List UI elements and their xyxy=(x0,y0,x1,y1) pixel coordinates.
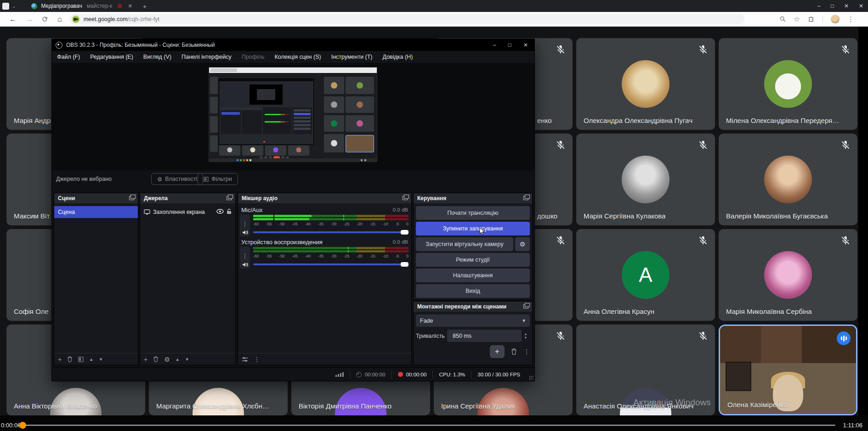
studio-mode-button[interactable]: Режим студії xyxy=(416,253,530,267)
menu-tools[interactable]: Інструменти (T) xyxy=(326,54,378,60)
lock-icon[interactable] xyxy=(227,208,232,216)
controls-dock-header[interactable]: Керування xyxy=(414,193,532,203)
participant-name: Олександра Олександрівна Пугач xyxy=(584,117,692,124)
scene-filters-icon[interactable] xyxy=(78,357,84,362)
mixer-menu-icon[interactable]: ⋮ xyxy=(254,356,260,363)
filters-button[interactable]: Фільтри xyxy=(198,173,238,185)
recording-dot-icon xyxy=(398,372,403,377)
dock-float-icon[interactable] xyxy=(523,304,528,308)
duration-input[interactable]: 850 ms xyxy=(447,330,522,342)
participant-tile[interactable]: Валерія Миколаївна Бугаєвська xyxy=(719,134,857,225)
move-source-down-icon[interactable]: ▼ xyxy=(185,357,189,362)
exit-button[interactable]: Вихід xyxy=(416,284,530,298)
forward-icon[interactable]: → xyxy=(26,15,33,23)
obs-maximize-button[interactable]: □ xyxy=(508,42,511,48)
participant-tile-active-speaker[interactable]: Олена Казіміренко xyxy=(719,325,857,415)
properties-button[interactable]: ⚙ Властивості xyxy=(151,173,203,185)
dock-float-icon[interactable] xyxy=(227,196,232,200)
add-source-icon[interactable]: + xyxy=(144,356,148,363)
transitions-dock-header[interactable]: Монтажні переходи між сценами xyxy=(414,302,532,312)
new-tab-button[interactable]: + xyxy=(142,2,147,10)
scenes-dock-header[interactable]: Сцени xyxy=(54,193,138,203)
profile-avatar[interactable] xyxy=(831,15,840,23)
stop-recording-button[interactable]: Зупинити записування xyxy=(416,222,530,235)
duration-spinner[interactable]: ▲ ▼ xyxy=(522,330,530,342)
filters-label: Фільтри xyxy=(211,176,232,182)
browser-menu-icon[interactable]: ⋮ xyxy=(847,15,854,23)
obs-title-bar[interactable]: OBS 30.2.3 - Профіль: Безымянный - Сцени… xyxy=(52,39,534,51)
start-streaming-button[interactable]: Почати трансляцію xyxy=(416,206,530,220)
start-virtual-camera-button[interactable]: Запустити віртуальну камеру xyxy=(416,237,513,251)
menu-view[interactable]: Вигляд (V) xyxy=(138,54,176,60)
obs-close-button[interactable]: ✕ xyxy=(523,42,528,48)
remove-scene-icon[interactable] xyxy=(67,356,73,362)
menu-docks[interactable]: Панелі інтерфейсу xyxy=(176,54,237,60)
home-icon[interactable]: ⌂ xyxy=(57,15,62,23)
tab-close-icon[interactable]: ✕ xyxy=(128,3,132,9)
menu-edit[interactable]: Редагування (E) xyxy=(85,54,138,60)
visibility-eye-icon[interactable] xyxy=(216,209,224,215)
move-scene-down-icon[interactable]: ▼ xyxy=(99,357,103,362)
menu-profile[interactable]: Профіль xyxy=(237,54,270,60)
transition-type-select[interactable]: Fade ▾ xyxy=(416,314,530,327)
window-maximize-button[interactable]: □ xyxy=(831,3,834,9)
advanced-audio-icon[interactable] xyxy=(242,357,248,362)
transition-menu-icon[interactable]: ⋮ xyxy=(523,348,530,355)
camera-badge-icon[interactable] xyxy=(72,16,79,23)
scene-list-item[interactable]: Сцена xyxy=(54,206,138,218)
source-list-item[interactable]: Захоплення екрана xyxy=(140,206,235,218)
seek-track[interactable] xyxy=(18,425,835,426)
player-close-button[interactable]: ✕ xyxy=(859,3,863,9)
seek-handle[interactable] xyxy=(19,422,26,429)
menu-help[interactable]: Довідка (H) xyxy=(378,54,418,60)
participant-tile[interactable]: Мілена Олександрівна Передеря… xyxy=(719,38,857,130)
chevron-down-icon[interactable]: ⌄ xyxy=(12,4,16,9)
dock-float-icon[interactable] xyxy=(403,196,408,200)
tab-title[interactable]: Медіапрогравач xyxy=(41,3,82,9)
back-icon[interactable]: ← xyxy=(9,15,17,23)
participant-tile[interactable]: Марія Сергіївна Кулакова xyxy=(576,134,715,225)
mixer-dock-header[interactable]: Мікшер аудіо xyxy=(238,193,411,203)
player-seek-bar[interactable]: 0:00:00 1:11:06 xyxy=(0,415,868,431)
move-scene-up-icon[interactable]: ▲ xyxy=(89,357,93,362)
spin-down-icon[interactable]: ▼ xyxy=(524,336,528,340)
menu-file[interactable]: Файл (F) xyxy=(52,54,85,60)
virtual-camera-settings-gear-icon[interactable]: ⚙ xyxy=(515,237,530,251)
participant-tile[interactable]: Олександра Олександрівна Пугач xyxy=(576,38,715,130)
url-bar[interactable]: meet.google.com/cqh-zrhe-fyt xyxy=(69,14,745,24)
speaker-mute-icon[interactable] xyxy=(240,228,250,236)
sources-dock-header[interactable]: Джерела xyxy=(140,193,235,203)
volume-slider[interactable] xyxy=(253,263,408,265)
scenes-toolbar: + ▲ ▼ xyxy=(54,353,138,365)
settings-button[interactable]: Налаштування xyxy=(416,269,530,282)
volume-slider-handle[interactable] xyxy=(401,262,408,267)
spin-up-icon[interactable]: ▲ xyxy=(524,332,528,336)
search-icon[interactable] xyxy=(779,16,786,22)
meter-scale: -60-55-50-45-40-35-30-25-20-15-10-50 xyxy=(253,222,408,226)
dock-float-icon[interactable] xyxy=(523,196,528,200)
window-minimize-button[interactable]: – xyxy=(817,3,821,9)
source-properties-gear-icon[interactable]: ⚙ xyxy=(164,356,170,363)
resize-grip[interactable] xyxy=(529,375,533,380)
remove-source-icon[interactable] xyxy=(153,356,159,362)
gear-icon: ⚙ xyxy=(157,176,162,183)
mini-tile xyxy=(346,115,374,132)
speaker-mute-icon[interactable] xyxy=(240,260,250,269)
remove-transition-icon[interactable] xyxy=(511,348,517,355)
bookmark-star-icon[interactable]: ☆ xyxy=(794,15,800,23)
participant-tile[interactable]: Марія Миколаївна Сербіна xyxy=(719,229,857,321)
extensions-puzzle-icon[interactable] xyxy=(808,16,815,22)
source-name: Захоплення екрана xyxy=(153,209,205,215)
move-source-up-icon[interactable]: ▲ xyxy=(176,357,180,362)
dock-float-icon[interactable] xyxy=(129,196,134,200)
volume-slider-handle[interactable] xyxy=(401,230,408,235)
volume-slider[interactable] xyxy=(253,231,408,233)
obs-minimize-button[interactable]: – xyxy=(493,42,496,48)
participant-tile[interactable]: А Анна Олегівна Красун xyxy=(576,229,715,321)
reload-icon[interactable] xyxy=(41,16,48,22)
add-transition-button[interactable]: + xyxy=(490,345,505,358)
obs-preview-area[interactable] xyxy=(52,63,534,170)
window-close-button[interactable]: ✕ xyxy=(844,3,849,9)
menu-scene-collection[interactable]: Колекція сцен (S) xyxy=(270,54,326,60)
add-scene-icon[interactable]: + xyxy=(58,356,62,363)
